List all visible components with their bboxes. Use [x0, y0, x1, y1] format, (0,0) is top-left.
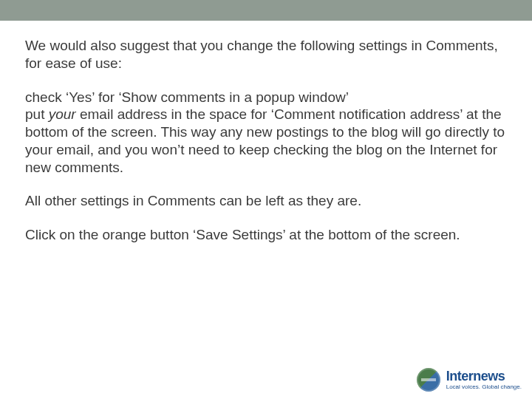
globe-icon — [417, 368, 440, 392]
header-accent-bar — [0, 0, 532, 21]
other-settings-paragraph: All other settings in Comments can be le… — [25, 192, 507, 210]
logo-tagline: Local voices. Global change. — [446, 384, 522, 390]
slide-body: We would also suggest that you change th… — [0, 21, 532, 244]
step-email-emphasis: your — [49, 106, 76, 122]
steps-paragraph: check ‘Yes’ for ‘Show comments in a popu… — [25, 89, 507, 177]
logo-text-block: Internews Local voices. Global change. — [446, 369, 522, 390]
logo-brand-name: Internews — [446, 369, 522, 383]
footer-logo: Internews Local voices. Global change. — [417, 368, 522, 392]
intro-paragraph: We would also suggest that you change th… — [25, 37, 507, 72]
save-instruction-paragraph: Click on the orange button ‘Save Setting… — [25, 226, 507, 244]
step-popup-window: check ‘Yes’ for ‘Show comments in a popu… — [25, 89, 349, 105]
step-email-pre: put — [25, 106, 49, 122]
step-email-post: email address in the space for ‘Comment … — [25, 106, 505, 174]
